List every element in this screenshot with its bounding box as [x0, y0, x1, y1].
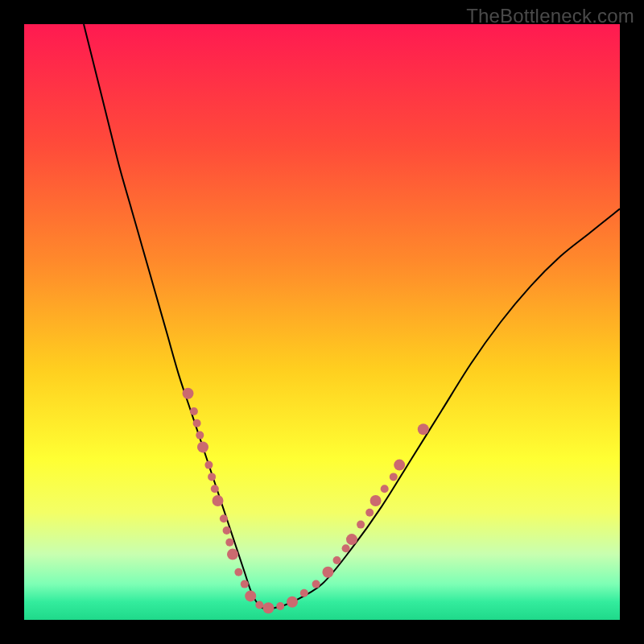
- highlight-dot: [255, 601, 263, 609]
- highlight-dots: [183, 388, 429, 613]
- highlight-dot: [357, 521, 365, 529]
- highlight-dot: [370, 495, 382, 506]
- highlight-dot: [223, 526, 231, 535]
- highlight-dot: [241, 580, 249, 588]
- highlight-dot: [333, 556, 341, 564]
- watermark-text: TheBottleneck.com: [466, 5, 634, 27]
- highlight-dot: [213, 495, 224, 506]
- highlight-dot: [300, 589, 308, 597]
- highlight-dot: [287, 597, 298, 608]
- highlight-dot: [196, 431, 204, 440]
- highlight-dot: [204, 461, 213, 469]
- highlight-dot: [245, 590, 256, 601]
- highlight-dot: [197, 441, 208, 452]
- highlight-dot: [394, 460, 405, 471]
- highlight-dot: [234, 568, 242, 576]
- chart-frame: TheBottleneck.com: [0, 0, 644, 644]
- highlight-dot: [390, 473, 398, 481]
- highlight-dot: [225, 539, 233, 547]
- highlight-dot: [312, 580, 320, 588]
- plot-area: [24, 24, 620, 620]
- highlight-dot: [342, 544, 350, 552]
- bottleneck-curve: [84, 24, 620, 609]
- highlight-dot: [193, 419, 201, 427]
- highlight-dot: [276, 602, 284, 610]
- highlight-dot: [190, 407, 198, 415]
- curve-layer: [24, 24, 620, 620]
- highlight-dot: [227, 549, 238, 560]
- highlight-dot: [220, 514, 228, 522]
- highlight-dot: [346, 534, 357, 545]
- highlight-dot: [381, 485, 389, 493]
- highlight-dot: [322, 567, 333, 578]
- highlight-dot: [365, 509, 374, 517]
- highlight-dot: [262, 602, 274, 613]
- highlight-dot: [418, 423, 429, 435]
- highlight-dot: [183, 388, 194, 399]
- highlight-dot: [211, 485, 219, 493]
- highlight-dot: [208, 473, 216, 481]
